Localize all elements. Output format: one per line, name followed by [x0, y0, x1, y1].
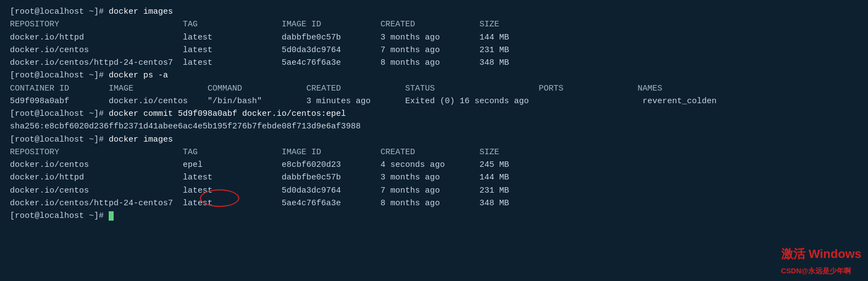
- watermark: 激活 Windows CSDN@永远是少年啊: [781, 246, 861, 277]
- terminal-window: [root@localhost ~]# docker imagesREPOSIT…: [0, 0, 868, 228]
- watermark-sub: CSDN@永远是少年啊: [781, 267, 852, 275]
- terminal-line: [root@localhost ~]# docker images: [10, 133, 858, 146]
- terminal-line: CONTAINER ID IMAGE COMMAND CREATED STATU…: [10, 82, 858, 95]
- terminal-line: [root@localhost ~]# docker ps -a: [10, 69, 858, 82]
- terminal-line: REPOSITORY TAG IMAGE ID CREATED SIZE: [10, 146, 858, 159]
- terminal-line: REPOSITORY TAG IMAGE ID CREATED SIZE: [10, 18, 858, 31]
- watermark-main: 激活 Windows: [781, 247, 861, 261]
- terminal-line: [root@localhost ~]#: [10, 210, 858, 222]
- terminal-line: [root@localhost ~]# docker commit 5d9f09…: [10, 108, 858, 120]
- cursor: [109, 211, 114, 221]
- terminal-line: docker.io/centos latest 5d0da3dc9764 7 m…: [10, 184, 858, 197]
- terminal-line: sha256:e8cbf6020d236ffb2371d41abee6ac4e5…: [10, 120, 858, 133]
- terminal-line: docker.io/centos epel e8cbf6020d23 4 sec…: [10, 159, 858, 171]
- terminal-line: docker.io/centos latest 5d0da3dc9764 7 m…: [10, 44, 858, 57]
- terminal-line: 5d9f098a0abf docker.io/centos "/bin/bash…: [10, 95, 858, 108]
- terminal-line: docker.io/centos/httpd-24-centos7 latest…: [10, 197, 858, 210]
- terminal-line: docker.io/httpd latest dabbfbe0c57b 3 mo…: [10, 31, 858, 44]
- terminal-line: docker.io/centos/httpd-24-centos7 latest…: [10, 57, 858, 69]
- terminal-line: [root@localhost ~]# docker images: [10, 5, 858, 18]
- terminal-line: docker.io/httpd latest dabbfbe0c57b 3 mo…: [10, 171, 858, 184]
